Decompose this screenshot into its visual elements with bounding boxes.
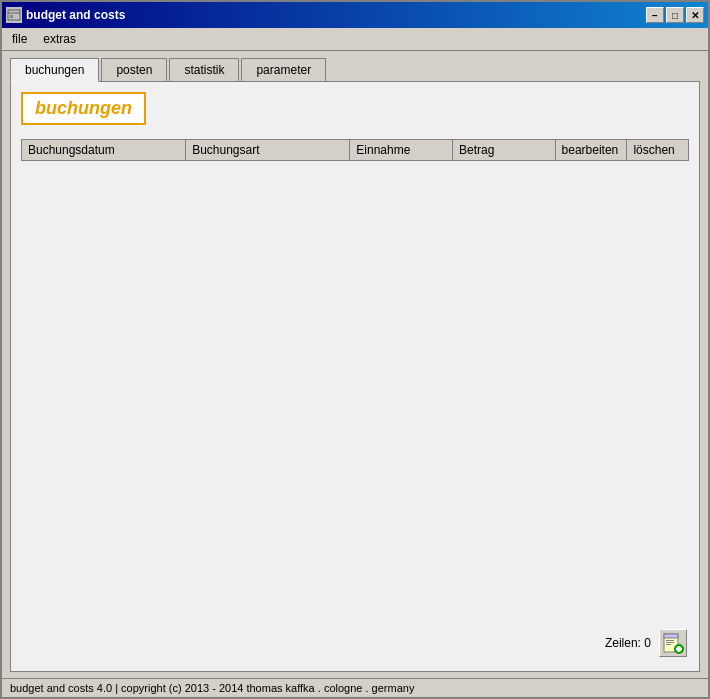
col-buchungsart: Buchungsart	[186, 140, 350, 161]
col-betrag: Betrag	[452, 140, 555, 161]
svg-rect-10	[676, 648, 682, 651]
col-buchungsdatum: Buchungsdatum	[22, 140, 186, 161]
svg-rect-7	[666, 644, 671, 645]
tab-bar: buchungen posten statistik parameter	[10, 57, 700, 81]
tab-statistik[interactable]: statistik	[169, 58, 239, 82]
menu-file[interactable]: file	[8, 31, 31, 47]
minimize-button[interactable]: −	[646, 7, 664, 23]
add-icon	[662, 632, 684, 654]
maximize-button[interactable]: □	[666, 7, 684, 23]
menu-extras[interactable]: extras	[39, 31, 80, 47]
buchungen-table: Buchungsdatum Buchungsart Einnahme Betra…	[21, 139, 689, 161]
status-bar: budget and costs 4.0 | copyright (c) 201…	[2, 678, 708, 697]
menu-bar: file extras	[2, 28, 708, 51]
col-loeschen: löschen	[627, 140, 689, 161]
window-title: budget and costs	[26, 8, 125, 22]
tab-parameter[interactable]: parameter	[241, 58, 326, 82]
svg-rect-6	[666, 642, 674, 643]
col-einnahme: Einnahme	[350, 140, 453, 161]
table-header: Buchungsdatum Buchungsart Einnahme Betra…	[22, 140, 689, 161]
svg-rect-5	[666, 640, 674, 641]
status-text: budget and costs 4.0 | copyright (c) 201…	[10, 682, 414, 694]
bottom-bar: Zeilen: 0	[21, 625, 689, 661]
table-header-row: Buchungsdatum Buchungsart Einnahme Betra…	[22, 140, 689, 161]
window-controls: − □ ✕	[646, 7, 704, 23]
tab-posten[interactable]: posten	[101, 58, 167, 82]
tab-buchungen[interactable]: buchungen	[10, 58, 99, 82]
zeilen-text: Zeilen: 0	[605, 636, 651, 650]
title-bar: budget and costs − □ ✕	[2, 2, 708, 28]
svg-rect-4	[664, 634, 678, 638]
title-bar-left: budget and costs	[6, 7, 125, 23]
add-record-button[interactable]	[659, 629, 687, 657]
tab-content-buchungen: buchungen Buchungsdatum Buchungsart Einn…	[10, 81, 700, 672]
main-window: budget and costs − □ ✕ file extras buchu…	[0, 0, 710, 699]
col-bearbeiten: bearbeiten	[555, 140, 627, 161]
svg-rect-0	[8, 10, 20, 20]
zeilen-count: 0	[644, 636, 651, 650]
section-title: buchungen	[21, 92, 146, 125]
svg-rect-2	[10, 15, 13, 18]
app-icon	[6, 7, 22, 23]
close-button[interactable]: ✕	[686, 7, 704, 23]
section-title-box: buchungen	[21, 92, 689, 139]
table-container: Buchungsdatum Buchungsart Einnahme Betra…	[21, 139, 689, 625]
content-area: buchungen posten statistik parameter buc…	[2, 51, 708, 678]
